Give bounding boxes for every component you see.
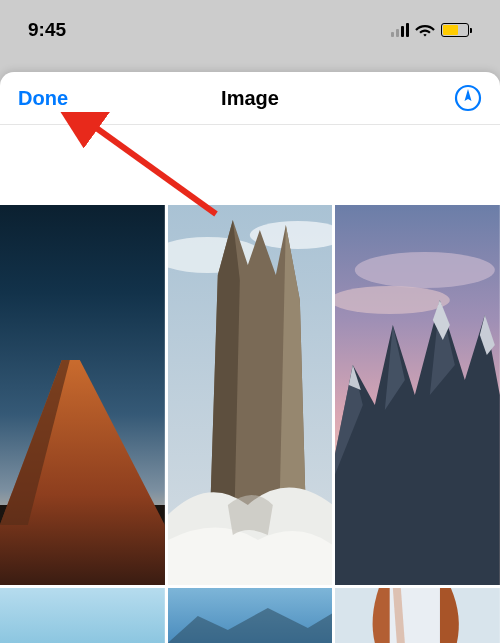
nav-bar: Done Image	[0, 72, 500, 125]
wifi-icon	[415, 23, 435, 37]
status-bar: 9:45	[0, 0, 500, 60]
image-thumbnail[interactable]	[168, 205, 333, 585]
done-button[interactable]: Done	[18, 87, 68, 110]
cellular-signal-icon	[391, 23, 409, 37]
image-thumbnail[interactable]	[168, 588, 333, 643]
image-thumbnail[interactable]	[335, 588, 500, 643]
svg-rect-9	[0, 588, 165, 643]
image-grid	[0, 205, 500, 643]
page-title: Image	[221, 87, 279, 110]
image-thumbnail[interactable]	[335, 205, 500, 585]
markup-button[interactable]	[454, 84, 482, 112]
svg-point-7	[355, 252, 495, 288]
image-thumbnail[interactable]	[0, 588, 165, 643]
battery-icon	[441, 23, 472, 37]
image-sheet: Done Image	[0, 72, 500, 643]
svg-point-8	[335, 286, 450, 314]
content-spacer	[0, 125, 500, 205]
status-icons	[391, 23, 472, 37]
status-time: 9:45	[28, 19, 66, 41]
image-thumbnail[interactable]	[0, 205, 165, 585]
